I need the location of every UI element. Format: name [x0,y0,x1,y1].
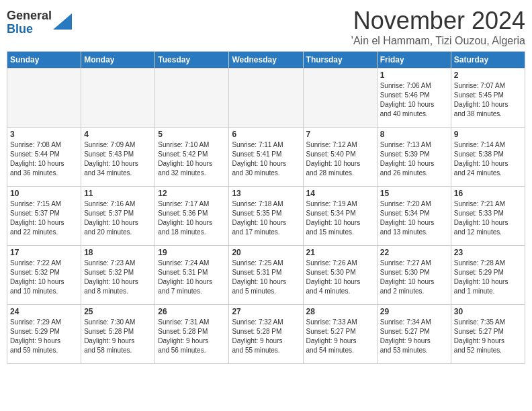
calendar-day-cell: 9Sunrise: 7:14 AM Sunset: 5:38 PM Daylig… [451,128,525,187]
calendar-day-cell: 18Sunrise: 7:23 AM Sunset: 5:32 PM Dayli… [81,246,155,305]
calendar-day-cell: 6Sunrise: 7:11 AM Sunset: 5:41 PM Daylig… [229,128,303,187]
calendar-day-cell: 25Sunrise: 7:30 AM Sunset: 5:28 PM Dayli… [81,305,155,364]
calendar-day-cell: 17Sunrise: 7:22 AM Sunset: 5:32 PM Dayli… [7,246,81,305]
weekday-header-cell: Monday [81,52,155,68]
day-number: 26 [158,307,226,316]
calendar-day-cell: 24Sunrise: 7:29 AM Sunset: 5:29 PM Dayli… [7,305,81,364]
day-number: 18 [84,248,152,257]
calendar-week-row: 3Sunrise: 7:08 AM Sunset: 5:44 PM Daylig… [7,128,525,187]
calendar-week-row: 1Sunrise: 7:06 AM Sunset: 5:46 PM Daylig… [7,68,525,128]
calendar-day-cell: 27Sunrise: 7:32 AM Sunset: 5:28 PM Dayli… [229,305,303,364]
day-number: 6 [232,130,300,139]
day-number: 8 [380,130,448,139]
calendar-day-cell: 7Sunrise: 7:12 AM Sunset: 5:40 PM Daylig… [303,128,377,187]
calendar-day-cell [7,68,81,128]
calendar-day-cell: 8Sunrise: 7:13 AM Sunset: 5:39 PM Daylig… [377,128,451,187]
calendar-day-cell: 13Sunrise: 7:18 AM Sunset: 5:35 PM Dayli… [229,187,303,246]
logo-general: General [7,9,52,22]
calendar-body: 1Sunrise: 7:06 AM Sunset: 5:46 PM Daylig… [7,68,525,364]
day-number: 27 [232,307,300,316]
logo: General Blue [7,9,72,36]
day-info: Sunrise: 7:15 AM Sunset: 5:37 PM Dayligh… [10,199,78,237]
month-title: November 2024 [351,7,525,35]
day-number: 5 [158,130,226,139]
day-info: Sunrise: 7:31 AM Sunset: 5:28 PM Dayligh… [158,318,226,355]
day-number: 24 [10,307,78,316]
calendar-day-cell: 16Sunrise: 7:21 AM Sunset: 5:33 PM Dayli… [451,187,525,246]
calendar-day-cell: 21Sunrise: 7:26 AM Sunset: 5:30 PM Dayli… [303,246,377,305]
calendar-day-cell: 14Sunrise: 7:19 AM Sunset: 5:34 PM Dayli… [303,187,377,246]
day-number: 20 [232,248,300,257]
calendar-day-cell: 28Sunrise: 7:33 AM Sunset: 5:27 PM Dayli… [303,305,377,364]
day-number: 9 [454,130,522,139]
calendar-day-cell: 1Sunrise: 7:06 AM Sunset: 5:46 PM Daylig… [377,68,451,128]
day-number: 11 [84,189,152,198]
day-info: Sunrise: 7:35 AM Sunset: 5:27 PM Dayligh… [454,318,522,355]
day-number: 2 [454,71,522,80]
calendar-week-row: 17Sunrise: 7:22 AM Sunset: 5:32 PM Dayli… [7,246,525,305]
day-number: 13 [232,189,300,198]
calendar-week-row: 24Sunrise: 7:29 AM Sunset: 5:29 PM Dayli… [7,305,525,364]
day-info: Sunrise: 7:28 AM Sunset: 5:29 PM Dayligh… [454,259,522,296]
calendar-day-cell: 2Sunrise: 7:07 AM Sunset: 5:45 PM Daylig… [451,68,525,128]
day-info: Sunrise: 7:34 AM Sunset: 5:27 PM Dayligh… [380,318,448,355]
calendar-day-cell: 26Sunrise: 7:31 AM Sunset: 5:28 PM Dayli… [155,305,229,364]
calendar-day-cell: 30Sunrise: 7:35 AM Sunset: 5:27 PM Dayli… [451,305,525,364]
day-info: Sunrise: 7:19 AM Sunset: 5:34 PM Dayligh… [306,199,374,237]
calendar-day-cell: 15Sunrise: 7:20 AM Sunset: 5:34 PM Dayli… [377,187,451,246]
weekday-header-cell: Friday [377,52,451,68]
calendar-day-cell [155,68,229,128]
logo-icon [53,13,72,30]
day-info: Sunrise: 7:23 AM Sunset: 5:32 PM Dayligh… [84,259,152,296]
weekday-header-row: SundayMondayTuesdayWednesdayThursdayFrid… [7,52,525,68]
day-number: 16 [454,189,522,198]
day-info: Sunrise: 7:17 AM Sunset: 5:36 PM Dayligh… [158,199,226,237]
weekday-header-cell: Saturday [451,52,525,68]
calendar-table: SundayMondayTuesdayWednesdayThursdayFrid… [7,51,525,364]
logo-blue: Blue [7,22,33,36]
day-info: Sunrise: 7:10 AM Sunset: 5:42 PM Dayligh… [158,140,226,178]
calendar-day-cell: 20Sunrise: 7:25 AM Sunset: 5:31 PM Dayli… [229,246,303,305]
day-info: Sunrise: 7:32 AM Sunset: 5:28 PM Dayligh… [232,318,300,355]
day-number: 22 [380,248,448,257]
day-number: 21 [306,248,374,257]
calendar-day-cell: 23Sunrise: 7:28 AM Sunset: 5:29 PM Dayli… [451,246,525,305]
day-info: Sunrise: 7:11 AM Sunset: 5:41 PM Dayligh… [232,140,300,178]
day-number: 3 [10,130,78,139]
weekday-header-cell: Thursday [303,52,377,68]
day-number: 12 [158,189,226,198]
day-number: 19 [158,248,226,257]
day-number: 30 [454,307,522,316]
calendar-day-cell: 5Sunrise: 7:10 AM Sunset: 5:42 PM Daylig… [155,128,229,187]
calendar-day-cell: 4Sunrise: 7:09 AM Sunset: 5:43 PM Daylig… [81,128,155,187]
day-number: 15 [380,189,448,198]
day-info: Sunrise: 7:27 AM Sunset: 5:30 PM Dayligh… [380,259,448,296]
day-info: Sunrise: 7:16 AM Sunset: 5:37 PM Dayligh… [84,199,152,237]
weekday-header-cell: Sunday [7,52,81,68]
day-number: 17 [10,248,78,257]
day-info: Sunrise: 7:18 AM Sunset: 5:35 PM Dayligh… [232,199,300,237]
page-header: General Blue November 2024 'Ain el Hamma… [7,7,525,47]
day-info: Sunrise: 7:13 AM Sunset: 5:39 PM Dayligh… [380,140,448,178]
weekday-header-cell: Tuesday [155,52,229,68]
day-info: Sunrise: 7:08 AM Sunset: 5:44 PM Dayligh… [10,140,78,178]
calendar-day-cell: 19Sunrise: 7:24 AM Sunset: 5:31 PM Dayli… [155,246,229,305]
calendar-day-cell: 3Sunrise: 7:08 AM Sunset: 5:44 PM Daylig… [7,128,81,187]
day-info: Sunrise: 7:21 AM Sunset: 5:33 PM Dayligh… [454,199,522,237]
calendar-day-cell [229,68,303,128]
day-number: 25 [84,307,152,316]
title-block: November 2024 'Ain el Hammam, Tizi Ouzou… [351,7,525,47]
day-info: Sunrise: 7:24 AM Sunset: 5:31 PM Dayligh… [158,259,226,296]
weekday-header-cell: Wednesday [229,52,303,68]
day-info: Sunrise: 7:22 AM Sunset: 5:32 PM Dayligh… [10,259,78,296]
calendar-day-cell [303,68,377,128]
day-info: Sunrise: 7:33 AM Sunset: 5:27 PM Dayligh… [306,318,374,355]
day-number: 1 [380,71,448,80]
day-number: 7 [306,130,374,139]
calendar-day-cell [81,68,155,128]
day-info: Sunrise: 7:14 AM Sunset: 5:38 PM Dayligh… [454,140,522,178]
calendar-day-cell: 12Sunrise: 7:17 AM Sunset: 5:36 PM Dayli… [155,187,229,246]
day-number: 29 [380,307,448,316]
day-info: Sunrise: 7:26 AM Sunset: 5:30 PM Dayligh… [306,259,374,296]
svg-marker-0 [53,13,72,30]
